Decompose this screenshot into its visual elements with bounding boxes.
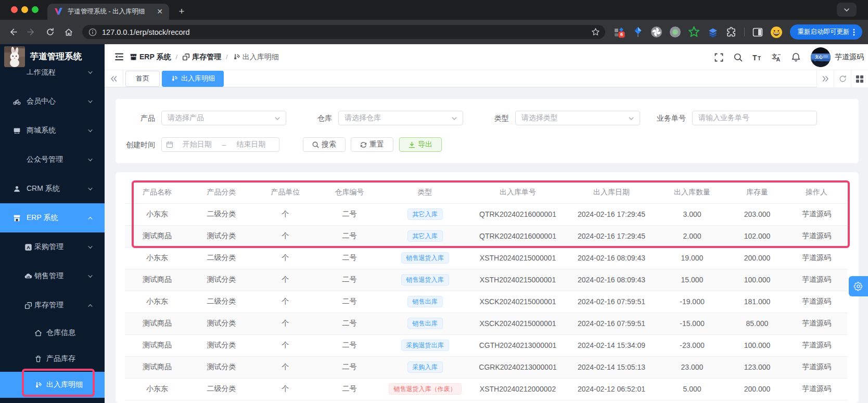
table-cell: 芋道源码 [786,203,847,225]
macos-zoom-button[interactable] [32,6,39,13]
ext-side-panel-icon[interactable] [750,25,764,39]
bookmark-star-icon[interactable] [591,28,600,36]
select-field-0[interactable]: 请选择产品 [161,111,286,125]
type-tag: 销售退货入库（作废） [389,383,462,395]
table-cell: 二号 [317,203,381,225]
relaunch-update-button[interactable]: 重新启动即可更新 [790,24,862,40]
svg-text:T: T [752,54,757,61]
back-button[interactable] [5,25,20,40]
table-cell: 二号 [317,313,381,334]
sidebar-item-5[interactable]: ERP 系统 [0,203,105,232]
search-button[interactable] [729,44,748,70]
select-field-2[interactable]: 请选择类型 [515,111,640,125]
filter-buttons: 搜索重置导出 [303,137,447,152]
column-header-5: 出入库单号 [468,182,567,203]
ext-layers-icon[interactable] [706,25,720,39]
refresh-page-button[interactable] [834,70,851,87]
table-row-4[interactable]: 小东东二级分类个二号销售出库XSCK202402150000012024-02-… [125,291,847,313]
tag-view-0[interactable]: 首页 [125,71,160,87]
export-button[interactable]: 导出 [399,137,442,152]
theme-settings-button[interactable] [849,276,868,296]
daterange-picker[interactable]: 开始日期–结束日期 [161,137,279,152]
fullscreen-button[interactable] [709,44,729,70]
sidebar-item-6[interactable]: A采购管理 [0,232,105,262]
table-cell: 芋道源码 [786,356,847,378]
table-row-0[interactable]: 小东东二级分类个二号其它入库QTRK202402160000012024-02-… [125,203,847,225]
notifications-button[interactable] [786,44,806,70]
sidebar-item-1[interactable]: 会员中心 [0,87,105,116]
sidebar-item-3[interactable]: 公众号管理 [0,145,105,174]
type-tag: 采购入库 [407,361,443,373]
table-cell: CGRK20240213000001 [468,356,567,378]
cloud-icon [24,272,32,280]
sidebar-item-8[interactable]: 库存管理 [0,291,105,320]
sidebar-item-11[interactable]: 出入库明细 [0,372,105,398]
search-button-form[interactable]: 搜索 [303,137,346,152]
table-cell: 测试商品 [125,313,189,334]
browser-tab[interactable]: 芋道管理系统 - 出入库明细 ✕ [47,4,169,20]
browser-menu-icon[interactable] [853,28,855,36]
tab-search-button[interactable] [837,3,857,17]
table-cell: 二号 [317,334,381,356]
filter-0-label: 产品 [116,111,161,125]
breadcrumb-item-1[interactable]: 库存管理 [182,53,221,62]
hamburger-collapse-icon [115,53,124,61]
sidebar-item-10[interactable]: 产品库存 [0,346,105,372]
ext-dot-circle-icon[interactable] [668,25,682,39]
tags-scroll-right-button[interactable] [816,70,834,87]
table-cell: 二号 [317,291,381,313]
sidebar-logo[interactable]: 芋道管理系统 [0,44,105,69]
home-button[interactable] [61,25,76,40]
table-row-3[interactable]: 测试商品测试分类个二号销售退货入库XSTH202402150000012024-… [125,269,847,291]
sidebar-item-7[interactable]: 销售管理 [0,262,105,291]
record-icon [171,75,178,82]
tag-view-1[interactable]: 出入库明细 [162,71,224,87]
select-field-1[interactable]: 请选择仓库 [338,111,463,125]
reload-button[interactable] [43,25,57,40]
download-icon [409,141,415,148]
tab-close-icon[interactable]: ✕ [156,8,164,16]
table-cell: XSTH20240212000002 [468,378,567,400]
ext-green-star-icon[interactable] [687,25,701,39]
tags-scroll-left-button[interactable] [105,70,123,87]
table-cell: 销售退货入库（作废） [381,378,468,400]
table-row-8[interactable]: 小东东二级分类个二号销售退货入库（作废）XSTH2024021200000220… [125,378,847,400]
reset-button[interactable]: 重置 [351,137,393,152]
site-info-icon[interactable] [88,28,97,36]
layout-grid-button[interactable] [851,70,868,87]
navbar-tools: TT 文A 文心 [709,44,867,70]
ext-kite-icon[interactable] [631,25,645,39]
sidebar-item-4[interactable]: CRM 系统 [0,174,105,203]
column-header-7: 出入库数量 [656,182,729,203]
url-text[interactable]: 127.0.0.1/erp/stock/record [102,28,591,36]
input-field-3[interactable]: 请输入业务单号 [692,111,817,125]
table-row-2[interactable]: 小东东二级分类个二号销售退货入库XSTH202402150000012024-0… [125,247,847,269]
table-row-6[interactable]: 测试商品测试分类个二号采购退货出库CGTH202402130000012024-… [125,334,847,356]
table-row-5[interactable]: 测试商品测试分类个二号销售出库XSCK202402150000012024-02… [125,313,847,334]
sidebar-item-9[interactable]: 仓库信息 [0,320,105,346]
gear-icon [853,281,863,291]
macos-minimize-button[interactable] [21,6,28,13]
new-tab-button[interactable]: + [175,6,188,18]
tag-view-label: 首页 [136,74,149,83]
ext-emoji-profile-icon[interactable] [769,25,783,39]
breadcrumb-item-0[interactable]: ERP 系统 [130,53,171,62]
user-avatar[interactable]: 文心 [811,47,831,67]
table-row-1[interactable]: 测试商品测试分类个二号其它入库QTRK202402160000012024-02… [125,225,847,247]
translate-button[interactable]: 文A [767,44,786,70]
table-row-7[interactable]: 测试商品测试分类个二号采购入库CGRK202402130000012024-02… [125,356,847,378]
address-bar[interactable]: 127.0.0.1/erp/stock/record [82,25,605,39]
forward-button[interactable] [24,25,39,40]
collapse-menu-button[interactable] [111,49,127,66]
font-size-button[interactable]: TT [748,44,767,70]
table-cell: 2024-02-16 08:09:43 [567,247,656,269]
table-cell: 二级分类 [189,291,253,313]
ext-blocks-badge-icon[interactable]: 6 [612,25,626,39]
sidebar-item-2[interactable]: 商城系统 [0,116,105,145]
sidebar-item-label: 产品库存 [46,354,75,363]
ext-puzzle-icon[interactable] [724,25,738,39]
app-logo-rabbit-image [4,46,25,67]
macos-close-button[interactable] [11,6,18,13]
username[interactable]: 芋道源码 [835,53,864,62]
ext-pinwheel-icon[interactable] [649,25,663,39]
